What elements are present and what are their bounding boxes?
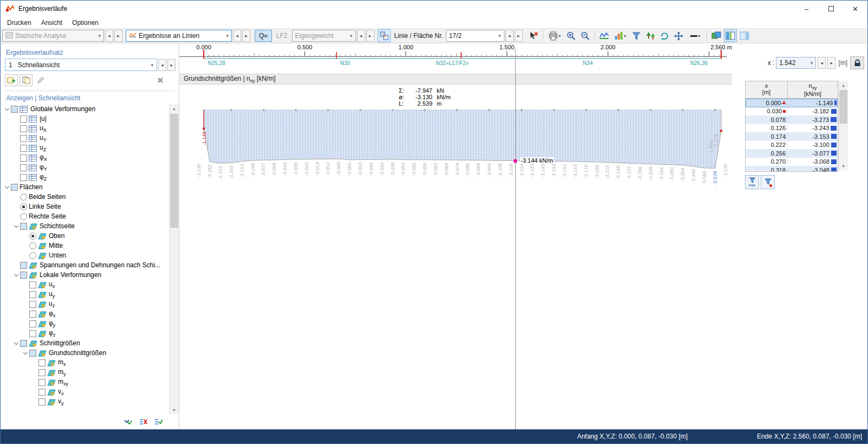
- check-all-button[interactable]: [152, 416, 165, 428]
- menu-optionen[interactable]: Optionen: [67, 18, 103, 28]
- tree-item[interactable]: uX: [3, 124, 169, 133]
- table-row[interactable]: 0.222-3.100: [746, 141, 838, 150]
- tree-item[interactable]: Mitte: [3, 241, 169, 250]
- minimize-button[interactable]: –: [794, 1, 819, 17]
- zoom-in-button[interactable]: [565, 29, 578, 42]
- table-row[interactable]: 0.030-3.182: [746, 107, 838, 116]
- scroll-up-icon[interactable]: ▴: [839, 81, 848, 89]
- filter-max-button[interactable]: max: [745, 175, 759, 189]
- analysis-type-combo[interactable]: Statische Analyse ▾: [2, 30, 104, 42]
- table-scroll-thumb[interactable]: [839, 90, 847, 124]
- checkbox[interactable]: [20, 262, 27, 269]
- uncheck-all-button[interactable]: [137, 416, 150, 428]
- filter-extremes-button[interactable]: [761, 175, 775, 189]
- checkbox[interactable]: [38, 379, 46, 386]
- prev-line-button[interactable]: ◂: [506, 30, 514, 42]
- table-row[interactable]: 0.078-3.273: [746, 115, 838, 124]
- menu-ansicht[interactable]: Ansicht: [36, 18, 67, 28]
- tree-item[interactable]: Grundschnittgrößen: [3, 348, 169, 358]
- scroll-down-icon[interactable]: ▾: [839, 162, 848, 170]
- filter-results-button[interactable]: [630, 29, 643, 42]
- checkbox[interactable]: [20, 340, 27, 347]
- table-row[interactable]: 0.270-3.068: [746, 158, 838, 166]
- radio-button[interactable]: [20, 194, 27, 201]
- load-case-toggle[interactable]: Qw: [255, 30, 272, 42]
- checkbox[interactable]: [38, 398, 46, 406]
- next-line-button[interactable]: ▸: [515, 30, 523, 42]
- table-row[interactable]: 0.174-3.153: [746, 132, 838, 141]
- tree-item[interactable]: vx: [3, 387, 169, 397]
- tree-item[interactable]: φy: [3, 319, 169, 329]
- table-row[interactable]: 0.126-3.243: [746, 124, 838, 133]
- tree-item[interactable]: φX: [3, 153, 169, 163]
- x-prev-button[interactable]: ◂: [818, 57, 826, 69]
- checkbox[interactable]: [20, 145, 27, 152]
- checkbox[interactable]: [29, 301, 36, 308]
- tree-item[interactable]: Spannungen und Dehnungen nach Schi...: [3, 260, 169, 270]
- line-thickness-button[interactable]: ▾: [686, 29, 704, 42]
- radio-button[interactable]: [29, 252, 36, 259]
- tree-item[interactable]: Oben: [3, 231, 169, 241]
- tree-item[interactable]: Schichtseite: [3, 221, 169, 231]
- new-set-button[interactable]: [5, 74, 18, 86]
- tree-item[interactable]: φZ: [3, 172, 169, 182]
- expander-icon[interactable]: [13, 272, 20, 278]
- expander-icon[interactable]: [4, 184, 10, 190]
- result-set-combo[interactable]: 1 Schnellansicht ▾: [5, 59, 157, 71]
- radio-button[interactable]: [20, 203, 27, 210]
- expander-icon[interactable]: [13, 340, 20, 346]
- cursor-marker[interactable]: [514, 159, 517, 163]
- smooth-results-button[interactable]: [644, 29, 657, 42]
- refresh-results-button[interactable]: [658, 29, 671, 42]
- checkbox[interactable]: [38, 389, 46, 396]
- tree-item[interactable]: Linke Seite: [3, 202, 169, 211]
- expander-icon[interactable]: [4, 106, 10, 112]
- tree-scroll-thumb[interactable]: [170, 114, 178, 228]
- checkbox[interactable]: [29, 350, 36, 357]
- maximize-button[interactable]: [819, 1, 843, 17]
- tree-item[interactable]: φz: [3, 329, 169, 338]
- checkbox[interactable]: [20, 174, 27, 181]
- prev-set-button[interactable]: ◂: [158, 59, 166, 71]
- close-button[interactable]: ✕: [843, 1, 867, 17]
- line-number-combo[interactable]: 17/2 ▾: [446, 30, 504, 42]
- tree-item[interactable]: Globale Verformungen: [3, 104, 169, 114]
- delete-set-button[interactable]: [154, 74, 167, 86]
- tree-item[interactable]: Beide Seiten: [3, 192, 169, 202]
- tree-item[interactable]: uY: [3, 133, 169, 143]
- result-diagram-style-button[interactable]: [598, 29, 611, 42]
- next-result-button[interactable]: ▸: [242, 30, 250, 42]
- checkbox[interactable]: [29, 311, 36, 318]
- radio-button[interactable]: [29, 233, 36, 240]
- tree-item[interactable]: Lokale Verformungen: [3, 270, 169, 280]
- checkbox[interactable]: [20, 164, 27, 171]
- checkbox[interactable]: [38, 359, 46, 366]
- checkbox[interactable]: [11, 106, 18, 113]
- checkbox[interactable]: [20, 272, 27, 279]
- table-scroll-track[interactable]: [839, 89, 848, 162]
- tree-item[interactable]: Flächen: [3, 182, 169, 192]
- prev-analysis-button[interactable]: ◂: [105, 30, 113, 42]
- checkbox[interactable]: [29, 291, 36, 298]
- checkbox[interactable]: [29, 281, 36, 288]
- radio-button[interactable]: [29, 242, 36, 249]
- scroll-down-icon[interactable]: ▾: [170, 406, 179, 414]
- checkbox[interactable]: [20, 125, 27, 132]
- scroll-up-icon[interactable]: ▴: [170, 104, 179, 113]
- table-row[interactable]: 0.256-3.077: [746, 149, 838, 158]
- tree-item[interactable]: mx: [3, 358, 169, 368]
- table-scrollbar[interactable]: ▴ ▾: [838, 81, 848, 170]
- expander-icon[interactable]: [13, 223, 20, 229]
- dock-panel-button[interactable]: [738, 29, 751, 42]
- tree-scrollbar[interactable]: ▴ ▾: [169, 104, 179, 414]
- prev-case-button[interactable]: ◂: [357, 30, 365, 42]
- tree-item[interactable]: vy: [3, 397, 169, 407]
- checkbox[interactable]: [20, 115, 27, 123]
- tree-item[interactable]: φY: [3, 163, 169, 172]
- remove-diagram-button[interactable]: [527, 29, 540, 42]
- chart-body[interactable]: Σ:-7.947kN ø:-3.130kN/m L:2.539m -3.182-…: [179, 85, 732, 429]
- checkbox[interactable]: [38, 369, 46, 376]
- tree-item[interactable]: ux: [3, 280, 169, 289]
- checkbox[interactable]: [29, 330, 36, 337]
- tree-item[interactable]: Schnittgrößen: [3, 338, 169, 348]
